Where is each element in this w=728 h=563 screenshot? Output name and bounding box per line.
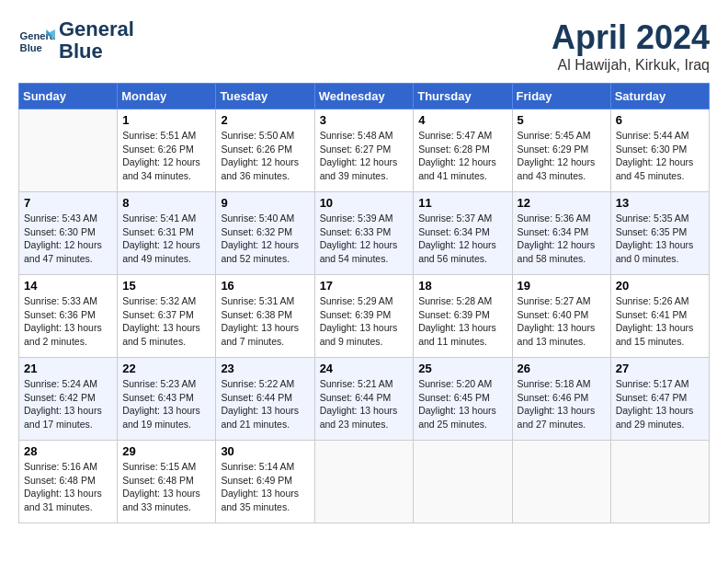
day-number: 23 [221,362,309,375]
day-info: Sunrise: 5:14 AM Sunset: 6:49 PM Dayligh… [221,460,309,514]
day-number: 6 [616,113,704,127]
calendar-header-row: SundayMondayTuesdayWednesdayThursdayFrid… [19,84,710,109]
day-number: 25 [418,362,506,375]
calendar-cell: 3Sunrise: 5:48 AM Sunset: 6:27 PM Daylig… [314,109,414,192]
day-info: Sunrise: 5:45 AM Sunset: 6:29 PM Dayligh… [518,129,606,183]
day-info: Sunrise: 5:21 AM Sunset: 6:44 PM Dayligh… [320,377,409,431]
day-info: Sunrise: 5:36 AM Sunset: 6:34 PM Dayligh… [518,212,606,266]
day-number: 11 [418,196,506,210]
calendar-cell: 7Sunrise: 5:43 AM Sunset: 6:30 PM Daylig… [19,192,118,275]
day-info: Sunrise: 5:17 AM Sunset: 6:47 PM Dayligh… [616,377,704,431]
day-number: 30 [221,444,309,458]
calendar-cell [610,441,709,523]
day-number: 15 [122,279,210,293]
calendar-cell: 1Sunrise: 5:51 AM Sunset: 6:26 PM Daylig… [118,109,216,192]
day-header-sunday: Sunday [19,84,118,109]
calendar-week-row: 7Sunrise: 5:43 AM Sunset: 6:30 PM Daylig… [19,192,710,275]
calendar-cell: 20Sunrise: 5:26 AM Sunset: 6:41 PM Dayli… [610,275,709,358]
calendar-cell: 15Sunrise: 5:32 AM Sunset: 6:37 PM Dayli… [118,275,216,358]
day-info: Sunrise: 5:22 AM Sunset: 6:44 PM Dayligh… [221,377,309,431]
calendar-cell: 27Sunrise: 5:17 AM Sunset: 6:47 PM Dayli… [610,358,709,441]
svg-text:Blue: Blue [20,42,42,53]
day-info: Sunrise: 5:32 AM Sunset: 6:37 PM Dayligh… [122,294,210,349]
calendar-cell: 8Sunrise: 5:41 AM Sunset: 6:31 PM Daylig… [118,192,216,275]
calendar-cell: 30Sunrise: 5:14 AM Sunset: 6:49 PM Dayli… [216,441,314,523]
calendar-cell: 2Sunrise: 5:50 AM Sunset: 6:26 PM Daylig… [216,109,314,192]
day-info: Sunrise: 5:48 AM Sunset: 6:27 PM Dayligh… [320,129,409,183]
calendar-cell: 9Sunrise: 5:40 AM Sunset: 6:32 PM Daylig… [216,192,314,275]
day-number: 10 [320,196,409,210]
day-number: 20 [616,279,704,293]
title-block: April 2024 Al Hawijah, Kirkuk, Iraq [552,18,710,74]
day-info: Sunrise: 5:41 AM Sunset: 6:31 PM Dayligh… [122,212,210,266]
calendar-cell: 10Sunrise: 5:39 AM Sunset: 6:33 PM Dayli… [314,192,414,275]
calendar-cell [512,441,610,523]
day-info: Sunrise: 5:51 AM Sunset: 6:26 PM Dayligh… [122,129,210,183]
day-number: 8 [122,196,210,210]
day-number: 27 [616,362,704,375]
day-info: Sunrise: 5:23 AM Sunset: 6:43 PM Dayligh… [122,377,210,431]
calendar-cell: 25Sunrise: 5:20 AM Sunset: 6:45 PM Dayli… [414,358,512,441]
day-info: Sunrise: 5:24 AM Sunset: 6:42 PM Dayligh… [24,377,112,431]
day-number: 17 [320,279,409,293]
calendar-cell: 28Sunrise: 5:16 AM Sunset: 6:48 PM Dayli… [19,441,118,523]
day-info: Sunrise: 5:27 AM Sunset: 6:40 PM Dayligh… [518,294,606,349]
day-info: Sunrise: 5:44 AM Sunset: 6:30 PM Dayligh… [616,129,704,183]
calendar-cell: 4Sunrise: 5:47 AM Sunset: 6:28 PM Daylig… [414,109,512,192]
calendar-cell: 16Sunrise: 5:31 AM Sunset: 6:38 PM Dayli… [216,275,314,358]
day-info: Sunrise: 5:20 AM Sunset: 6:45 PM Dayligh… [418,377,506,431]
day-number: 21 [24,362,112,375]
day-info: Sunrise: 5:31 AM Sunset: 6:38 PM Dayligh… [221,294,309,349]
logo-text2: Blue [59,40,134,63]
day-info: Sunrise: 5:28 AM Sunset: 6:39 PM Dayligh… [418,294,506,349]
day-info: Sunrise: 5:39 AM Sunset: 6:33 PM Dayligh… [320,212,409,266]
day-info: Sunrise: 5:47 AM Sunset: 6:28 PM Dayligh… [418,129,506,183]
day-number: 18 [418,279,506,293]
day-info: Sunrise: 5:29 AM Sunset: 6:39 PM Dayligh… [320,294,409,349]
calendar-week-row: 21Sunrise: 5:24 AM Sunset: 6:42 PM Dayli… [19,358,710,441]
calendar-cell: 13Sunrise: 5:35 AM Sunset: 6:35 PM Dayli… [610,192,709,275]
day-number: 13 [616,196,704,210]
calendar-cell: 24Sunrise: 5:21 AM Sunset: 6:44 PM Dayli… [314,358,414,441]
calendar-cell [414,441,512,523]
day-info: Sunrise: 5:43 AM Sunset: 6:30 PM Dayligh… [24,212,112,266]
day-header-friday: Friday [512,84,610,109]
logo-text: General [59,18,134,40]
calendar-cell: 29Sunrise: 5:15 AM Sunset: 6:48 PM Dayli… [118,441,216,523]
day-number: 26 [518,362,606,375]
calendar-cell: 19Sunrise: 5:27 AM Sunset: 6:40 PM Dayli… [512,275,610,358]
day-header-thursday: Thursday [414,84,512,109]
calendar-week-row: 1Sunrise: 5:51 AM Sunset: 6:26 PM Daylig… [19,109,710,192]
logo: General Blue General Blue [18,18,134,63]
calendar-cell: 18Sunrise: 5:28 AM Sunset: 6:39 PM Dayli… [414,275,512,358]
calendar-cell: 23Sunrise: 5:22 AM Sunset: 6:44 PM Dayli… [216,358,314,441]
calendar-cell: 22Sunrise: 5:23 AM Sunset: 6:43 PM Dayli… [118,358,216,441]
calendar-week-row: 28Sunrise: 5:16 AM Sunset: 6:48 PM Dayli… [19,441,710,523]
day-number: 9 [221,196,309,210]
day-number: 5 [518,113,606,127]
location: Al Hawijah, Kirkuk, Iraq [552,57,710,74]
day-info: Sunrise: 5:26 AM Sunset: 6:41 PM Dayligh… [616,294,704,349]
day-info: Sunrise: 5:35 AM Sunset: 6:35 PM Dayligh… [616,212,704,266]
day-number: 19 [518,279,606,293]
day-info: Sunrise: 5:18 AM Sunset: 6:46 PM Dayligh… [518,377,606,431]
day-number: 1 [122,113,210,127]
calendar-cell: 17Sunrise: 5:29 AM Sunset: 6:39 PM Dayli… [314,275,414,358]
day-number: 29 [122,444,210,458]
calendar-week-row: 14Sunrise: 5:33 AM Sunset: 6:36 PM Dayli… [19,275,710,358]
calendar-cell: 12Sunrise: 5:36 AM Sunset: 6:34 PM Dayli… [512,192,610,275]
day-number: 4 [418,113,506,127]
day-number: 12 [518,196,606,210]
day-number: 22 [122,362,210,375]
month-title: April 2024 [552,18,710,57]
day-header-tuesday: Tuesday [216,84,314,109]
day-info: Sunrise: 5:37 AM Sunset: 6:34 PM Dayligh… [418,212,506,266]
day-header-monday: Monday [118,84,216,109]
day-number: 16 [221,279,309,293]
day-number: 14 [24,279,112,293]
day-info: Sunrise: 5:16 AM Sunset: 6:48 PM Dayligh… [24,460,112,514]
day-info: Sunrise: 5:15 AM Sunset: 6:48 PM Dayligh… [122,460,210,514]
day-number: 3 [320,113,409,127]
day-number: 28 [24,444,112,458]
day-number: 24 [320,362,409,375]
